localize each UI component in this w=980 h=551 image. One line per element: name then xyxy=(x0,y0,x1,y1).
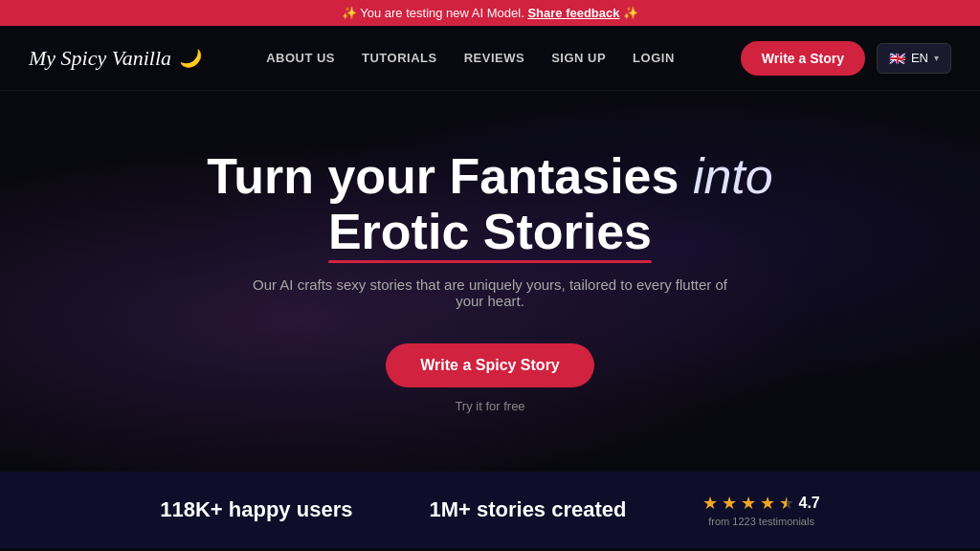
stat-stories-value: 1M+ stories created xyxy=(429,497,626,522)
star-5-half: ★ ★ xyxy=(779,493,794,514)
hero-free-label: Try it for free xyxy=(455,399,524,413)
language-selector[interactable]: 🇬🇧 EN ▾ xyxy=(877,43,951,74)
star-3: ★ xyxy=(741,493,756,514)
write-story-header-button[interactable]: Write a Story xyxy=(741,41,865,76)
announcement-suffix: ✨ xyxy=(623,6,638,20)
star-4: ★ xyxy=(760,493,775,514)
nav-about-us[interactable]: ABOUT US xyxy=(266,51,335,65)
announcement-bar: ✨ You are testing new AI Model. Share fe… xyxy=(0,0,980,26)
stars-row: ★ ★ ★ ★ ★ ★ 4.7 xyxy=(702,493,819,514)
header: My Spicy Vanilla 🌙 ABOUT US TUTORIALS RE… xyxy=(0,26,980,91)
rating-testimonials: from 1223 testimonials xyxy=(708,516,814,527)
hero-cta-button[interactable]: Write a Spicy Story xyxy=(386,343,594,387)
stats-bar: 118K+ happy users 1M+ stories created ★ … xyxy=(0,472,980,548)
rating-score: 4.7 xyxy=(798,495,819,512)
nav-reviews[interactable]: REVIEWS xyxy=(464,51,524,65)
rating-block: ★ ★ ★ ★ ★ ★ 4.7 from 1223 testimonials xyxy=(702,493,819,527)
hero-title: Turn your Fantasies into Erotic Stories xyxy=(207,149,772,258)
hero-title-line1: Turn your Fantasies into xyxy=(207,148,772,204)
header-right: Write a Story 🇬🇧 EN ▾ xyxy=(741,41,951,76)
nav-signup[interactable]: SIGN UP xyxy=(551,51,606,65)
lang-flag: 🇬🇧 xyxy=(889,51,905,66)
announcement-prefix: ✨ You are testing new AI Model. xyxy=(342,6,524,20)
feedback-link[interactable]: Share feedback xyxy=(527,6,619,20)
main-nav: ABOUT US TUTORIALS REVIEWS SIGN UP LOGIN xyxy=(266,51,675,65)
hero-subtitle: Our AI crafts sexy stories that are uniq… xyxy=(241,276,739,309)
hero-title-line2: Erotic Stories xyxy=(328,205,652,259)
nav-tutorials[interactable]: TUTORIALS xyxy=(362,51,437,65)
star-2: ★ xyxy=(722,493,737,514)
stat-users-value: 118K+ happy users xyxy=(160,497,352,522)
stat-users: 118K+ happy users xyxy=(160,497,352,522)
chevron-down-icon: ▾ xyxy=(934,53,939,63)
nav-login[interactable]: LOGIN xyxy=(633,51,675,65)
logo-text: My Spicy Vanilla xyxy=(29,46,171,71)
lang-code: EN xyxy=(911,51,928,65)
moon-icon: 🌙 xyxy=(179,48,200,69)
stat-stories: 1M+ stories created xyxy=(429,497,626,522)
star-1: ★ xyxy=(702,493,718,514)
logo[interactable]: My Spicy Vanilla 🌙 xyxy=(29,46,200,71)
hero-section: Turn your Fantasies into Erotic Stories … xyxy=(0,91,980,472)
